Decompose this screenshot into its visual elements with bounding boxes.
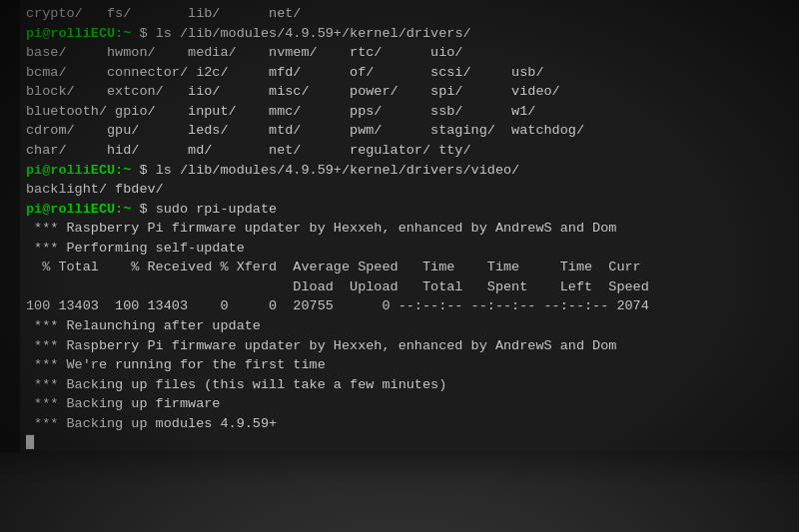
- prompt-text: pi@rolliECU:~: [26, 202, 131, 217]
- terminal-line: *** Backing up files (this will take a f…: [26, 375, 793, 395]
- desk-surface: [0, 452, 799, 532]
- terminal-line: Dload Upload Total Spent Left Speed: [26, 277, 793, 297]
- terminal-line: *** Relaunching after update: [26, 316, 793, 336]
- terminal-line: █: [26, 433, 793, 452]
- photo-frame: crypto/ fs/ lib/ net/pi@rolliECU:~ $ ls …: [0, 0, 799, 532]
- prompt-text: pi@rolliECU:~: [26, 163, 131, 178]
- terminal-line: *** Raspberry Pi firmware updater by Hex…: [26, 219, 793, 239]
- terminal-line: *** We're running for the first time: [26, 355, 793, 375]
- command-text: $ ls /lib/modules/4.9.59+/kernel/drivers…: [131, 26, 470, 41]
- command-text: $ ls /lib/modules/4.9.59+/kernel/drivers…: [131, 163, 519, 178]
- terminal-line: 100 13403 100 13403 0 0 20755 0 --:--:--…: [26, 296, 793, 316]
- terminal-line: pi@rolliECU:~ $ ls /lib/modules/4.9.59+/…: [26, 24, 793, 44]
- terminal-line: *** Backing up firmware: [26, 394, 793, 414]
- command-text: $ sudo rpi-update: [131, 202, 277, 217]
- terminal-line: bcma/ connector/ i2c/ mfd/ of/ scsi/ usb…: [26, 63, 793, 83]
- terminal-line: *** Backing up modules 4.9.59+: [26, 414, 793, 434]
- terminal-line: % Total % Received % Xferd Average Speed…: [26, 258, 793, 277]
- terminal-line: char/ hid/ md/ net/ regulator/ tty/: [26, 141, 793, 161]
- terminal-line: *** Raspberry Pi firmware updater by Hex…: [26, 336, 793, 356]
- terminal-line: *** Performing self-update: [26, 239, 793, 259]
- left-border: [0, 0, 20, 452]
- terminal-line: block/ extcon/ iio/ misc/ power/ spi/ vi…: [26, 82, 793, 102]
- terminal-screen: crypto/ fs/ lib/ net/pi@rolliECU:~ $ ls …: [20, 0, 799, 452]
- prompt-text: pi@rolliECU:~: [26, 26, 131, 41]
- terminal-cursor: █: [26, 435, 34, 450]
- terminal-line: cdrom/ gpu/ leds/ mtd/ pwm/ staging/ wat…: [26, 121, 793, 141]
- terminal-line: pi@rolliECU:~ $ sudo rpi-update: [26, 200, 793, 220]
- terminal-line: crypto/ fs/ lib/ net/: [26, 4, 793, 24]
- terminal-line: base/ hwmon/ media/ nvmem/ rtc/ uio/: [26, 43, 793, 63]
- terminal-line: bluetooth/ gpio/ input/ mmc/ pps/ ssb/ w…: [26, 102, 793, 122]
- terminal-line: backlight/ fbdev/: [26, 180, 793, 200]
- terminal-line: pi@rolliECU:~ $ ls /lib/modules/4.9.59+/…: [26, 161, 793, 181]
